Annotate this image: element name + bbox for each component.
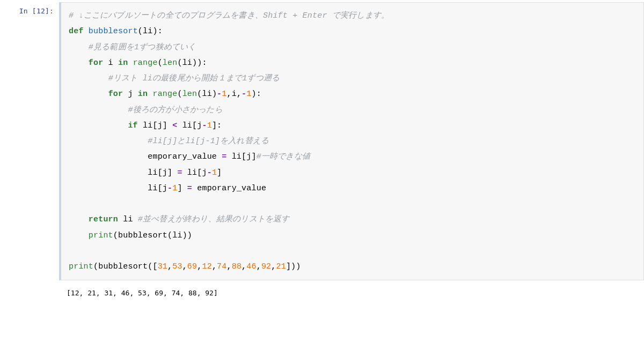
comma: , <box>237 90 241 99</box>
expr: li[j] <box>138 121 172 130</box>
comma: , <box>212 262 217 271</box>
op-minus: - <box>167 184 172 193</box>
ident-li: li <box>202 90 211 99</box>
call-close: ])) <box>286 262 301 271</box>
input-prompt-col: In [12]: <box>0 2 59 280</box>
comment: #リスト liの最後尾から開始１まで1ずつ遡る <box>108 74 280 83</box>
keyword-in: in <box>118 58 128 68</box>
keyword-for: for <box>89 58 104 68</box>
comment: #一時できな値 <box>257 152 310 161</box>
num: 12 <box>202 262 211 271</box>
comment: #並べ替えが終わり、結果のリストを返す <box>138 215 290 224</box>
expr: li[j <box>177 121 202 130</box>
output-prompt-col <box>0 280 59 301</box>
function-name: bubblesort <box>89 27 138 36</box>
num: 74 <box>217 262 226 271</box>
comment: #li[j]とli[j-1]を入れ替える <box>148 137 269 146</box>
op-minus: - <box>217 90 222 99</box>
output-area: [12, 21, 31, 46, 53, 69, 74, 88, 92] <box>59 280 644 301</box>
num: 1 <box>246 90 251 99</box>
stdout-output: [12, 21, 31, 46, 53, 69, 74, 88, 92] <box>67 288 636 299</box>
op-eq: = <box>177 168 182 177</box>
params: (li): <box>138 27 163 36</box>
rhs: li[j] <box>226 152 256 161</box>
builtin-range: range <box>148 90 177 99</box>
keyword-in: in <box>138 90 148 99</box>
comma: , <box>257 262 261 271</box>
comma: , <box>227 90 232 99</box>
num: 46 <box>246 262 256 271</box>
input-prompt: In [12]: <box>19 7 54 15</box>
ret-expr: li <box>118 215 138 224</box>
paren: ( <box>177 90 182 99</box>
num: 69 <box>187 262 197 271</box>
op-eq: = <box>187 184 192 193</box>
num: 88 <box>232 262 241 271</box>
paren: ( <box>158 58 163 68</box>
comma: , <box>167 262 172 271</box>
var-j: j <box>123 90 138 99</box>
notebook: In [12]: # ↓ここにバブルソートの全てのプログラムを書き、Shift … <box>0 0 644 311</box>
bracket: ] <box>177 184 182 193</box>
builtin-len: len <box>182 90 197 99</box>
number-list: 31,53,69,12,74,88,46,92,21 <box>158 262 286 271</box>
num: 92 <box>261 262 271 271</box>
paren: ) <box>252 90 257 99</box>
comma: , <box>271 262 276 271</box>
paren: ) <box>192 58 197 68</box>
op-minus: - <box>207 168 212 177</box>
lhs: emporary_value <box>148 152 222 161</box>
output-cell: [12, 21, 31, 46, 53, 69, 74, 88, 92] <box>0 280 644 301</box>
comment: # ↓ここにバブルソートの全てのプログラムを書き、Shift + Enter で… <box>69 11 389 20</box>
lhs: li[j] <box>148 168 177 177</box>
rhs: li[j <box>182 168 207 177</box>
colon: : <box>257 90 261 99</box>
call: (bubblesort(li)) <box>113 231 192 240</box>
var-i: i <box>103 58 118 68</box>
ident-i: i <box>232 90 237 99</box>
num: 1 <box>212 168 217 177</box>
paren: ( <box>177 58 182 68</box>
code-block[interactable]: # ↓ここにバブルソートの全てのプログラムを書き、Shift + Enter で… <box>69 8 636 274</box>
comment: #後ろの方が小さかったら <box>128 106 222 115</box>
num: 1 <box>222 90 226 99</box>
keyword-for: for <box>108 90 123 99</box>
code-input-area[interactable]: # ↓ここにバブルソートの全てのプログラムを書き、Shift + Enter で… <box>59 2 644 280</box>
builtin-print: print <box>89 231 113 240</box>
num: 31 <box>158 262 167 271</box>
ident-li: li <box>182 58 192 68</box>
keyword-def: def <box>69 27 84 36</box>
colon: : <box>202 58 207 68</box>
keyword-return: return <box>89 215 118 224</box>
num: 1 <box>207 121 212 130</box>
rhs: emporary_value <box>192 184 266 193</box>
builtin-len: len <box>163 58 178 68</box>
comma: , <box>182 262 187 271</box>
call-open: (bubblesort([ <box>93 262 158 271</box>
builtin-range: range <box>128 58 157 68</box>
op-minus: - <box>202 121 207 130</box>
lhs: li[j <box>148 184 167 193</box>
builtin-print: print <box>69 262 93 271</box>
comma: , <box>226 262 231 271</box>
code-cell: In [12]: # ↓ここにバブルソートの全てのプログラムを書き、Shift … <box>0 2 644 280</box>
bracket: ] <box>217 168 222 177</box>
bracket: ]: <box>212 121 222 130</box>
op-minus: - <box>241 90 246 99</box>
keyword-if: if <box>128 121 137 130</box>
comment: #見る範囲を1ずつ狭めていく <box>89 43 196 52</box>
num: 53 <box>172 262 182 271</box>
paren: ) <box>212 90 217 99</box>
comma: , <box>241 262 246 271</box>
num: 21 <box>276 262 286 271</box>
